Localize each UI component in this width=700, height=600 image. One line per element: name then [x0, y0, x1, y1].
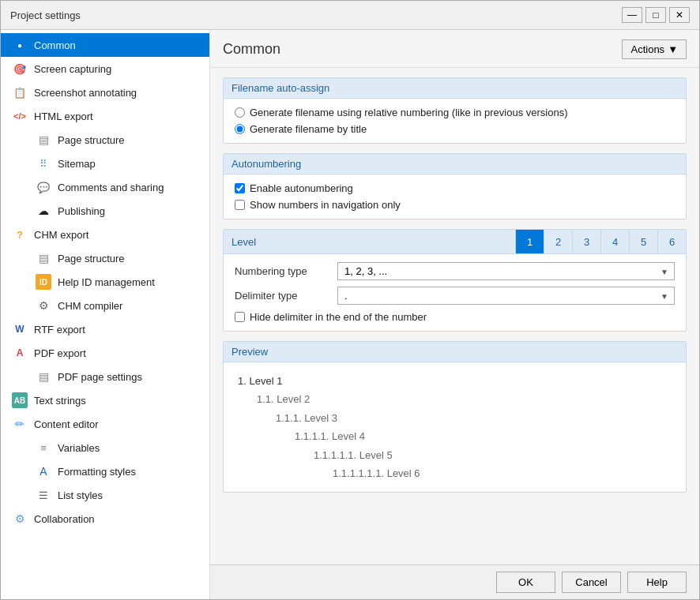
minimize-button[interactable]: —: [622, 7, 642, 23]
sidebar-label-page-structure-1: Page structure: [58, 134, 125, 146]
main-content: ● Common 🎯 Screen capturing 📋 Screenshot…: [1, 30, 699, 599]
numbering-type-label: Numbering type: [235, 265, 329, 277]
close-button[interactable]: ✕: [669, 7, 690, 23]
sidebar-item-html-export[interactable]: </> HTML export: [1, 104, 209, 128]
delimiter-type-wrapper: . , : ; ): [337, 287, 675, 305]
sidebar-label-rtf-export: RTF export: [34, 324, 85, 336]
sidebar-item-formatting-styles[interactable]: A Formatting styles: [1, 459, 209, 483]
level-tab-1[interactable]: 1: [515, 230, 544, 253]
checkbox-enable-autonumbering-label: Enable autonumbering: [250, 182, 353, 194]
sidebar-label-comments-sharing: Comments and sharing: [58, 182, 164, 193]
sidebar-item-comments-sharing[interactable]: 💬 Comments and sharing: [1, 175, 209, 199]
sidebar-label-page-structure-2: Page structure: [58, 253, 125, 264]
sidebar-item-screen-capturing[interactable]: 🎯 Screen capturing: [1, 57, 209, 81]
actions-button[interactable]: Actions ▼: [622, 39, 687, 59]
actions-label: Actions: [630, 43, 664, 55]
sidebar-item-common[interactable]: ● Common: [1, 33, 209, 57]
preview-header: Preview: [224, 342, 686, 362]
sidebar-item-pdf-page-settings[interactable]: ▤ PDF page settings: [1, 365, 209, 388]
maximize-button[interactable]: □: [645, 7, 666, 23]
sidebar-label-chm-export: CHM export: [34, 229, 88, 241]
html-icon: </>: [12, 108, 28, 124]
text-strings-icon: AB: [12, 392, 28, 408]
project-settings-window: Project settings — □ ✕ ● Common 🎯 Screen…: [0, 0, 700, 600]
checkbox-hide-delimiter-label: Hide delimiter in the end of the number: [250, 311, 427, 323]
sidebar-item-chm-compiler[interactable]: ⚙ CHM compiler: [1, 294, 209, 317]
sidebar-label-common: Common: [34, 39, 76, 51]
actions-dropdown-icon: ▼: [668, 43, 678, 55]
radio-relative-numbering[interactable]: Generate filename using relative numberi…: [235, 107, 675, 118]
sidebar-item-help-id[interactable]: ID Help ID management: [1, 270, 209, 294]
window-title: Project settings: [10, 9, 81, 21]
panel-title: Common: [223, 41, 280, 58]
autonumbering-section-header: Autonumbering: [224, 154, 686, 174]
preview-section: Preview 1. Level 1 1.1. Level 2 1.1.1. L…: [223, 341, 687, 493]
level-tab-2[interactable]: 2: [544, 230, 572, 253]
level-header: Level 1 2 3 4 5 6: [224, 230, 686, 254]
sidebar-label-pdf-export: PDF export: [34, 347, 86, 359]
delimiter-type-row: Delimiter type . , : ; ): [235, 287, 675, 305]
sidebar-item-list-styles[interactable]: ☰ List styles: [1, 483, 209, 507]
radio-by-title-input[interactable]: [235, 124, 245, 134]
sidebar-label-pdf-page-settings: PDF page settings: [58, 371, 142, 383]
preview-body: 1. Level 1 1.1. Level 2 1.1.1. Level 3 1…: [224, 362, 686, 492]
ok-button[interactable]: OK: [496, 572, 555, 593]
sidebar-item-rtf-export[interactable]: W RTF export: [1, 317, 209, 341]
help-id-icon: ID: [36, 274, 51, 290]
sidebar-label-help-id: Help ID management: [58, 276, 155, 288]
sidebar-item-page-structure-2[interactable]: ▤ Page structure: [1, 246, 209, 270]
checkbox-show-numbers-nav[interactable]: Show numbers in navigation only: [235, 199, 675, 211]
sidebar-label-list-styles: List styles: [58, 489, 103, 501]
numbering-type-select[interactable]: 1, 2, 3, ... a, b, c, ... A, B, C, ... i…: [337, 262, 675, 280]
preview-level5: 1.1.1.1.1. Level 5: [314, 446, 672, 464]
right-panel: Common Actions ▼ Filename auto-assign Ge…: [210, 30, 699, 599]
level-tab-3[interactable]: 3: [572, 230, 600, 253]
sidebar-item-content-editor[interactable]: ✏ Content editor: [1, 412, 209, 436]
sidebar-label-content-editor: Content editor: [34, 418, 99, 430]
annotate-icon: 📋: [12, 84, 28, 100]
preview-level4: 1.1.1.1. Level 4: [295, 427, 672, 445]
panel-body: Filename auto-assign Generate filename u…: [210, 68, 699, 564]
radio-by-title-label: Generate filename by title: [250, 123, 367, 135]
delimiter-type-label: Delimiter type: [235, 290, 329, 302]
level-tab-5[interactable]: 5: [629, 230, 657, 253]
preview-level2: 1.1. Level 2: [257, 390, 672, 408]
help-button[interactable]: Help: [627, 572, 687, 593]
sidebar-item-screenshot-annotating[interactable]: 📋 Screenshot annotating: [1, 81, 209, 104]
sidebar-item-pdf-export[interactable]: A PDF export: [1, 341, 209, 365]
page-icon-2: ▤: [36, 250, 51, 266]
radio-relative-numbering-input[interactable]: [235, 107, 245, 118]
delimiter-type-select[interactable]: . , : ; ): [337, 287, 675, 305]
level-tab-4[interactable]: 4: [600, 230, 629, 253]
autonumbering-section-body: Enable autonumbering Show numbers in nav…: [224, 174, 686, 219]
preview-level3: 1.1.1. Level 3: [276, 409, 672, 427]
chm-icon: ?: [12, 227, 28, 242]
sidebar-item-publishing[interactable]: ☁ Publishing: [1, 199, 209, 223]
sidebar-item-variables[interactable]: ≡ Variables: [1, 436, 209, 459]
pdf-icon: A: [12, 345, 28, 361]
checkbox-enable-autonumbering-input[interactable]: [235, 183, 245, 193]
formatting-icon: A: [36, 463, 51, 479]
level-tab-6[interactable]: 6: [657, 230, 686, 253]
checkbox-enable-autonumbering[interactable]: Enable autonumbering: [235, 182, 675, 194]
checkbox-hide-delimiter-input[interactable]: [235, 312, 245, 322]
page-icon-1: ▤: [36, 132, 51, 148]
publishing-icon: ☁: [36, 203, 51, 219]
sidebar-item-collaboration[interactable]: ⚙ Collaboration: [1, 507, 209, 531]
sidebar-label-collaboration: Collaboration: [34, 513, 95, 525]
checkbox-hide-delimiter[interactable]: Hide delimiter in the end of the number: [235, 311, 675, 323]
sidebar-label-sitemap: Sitemap: [58, 158, 96, 170]
common-icon: ●: [12, 37, 28, 53]
sidebar-label-screen-capturing: Screen capturing: [34, 63, 111, 75]
sidebar-item-sitemap[interactable]: ⠿ Sitemap: [1, 152, 209, 175]
sidebar-item-page-structure-1[interactable]: ▤ Page structure: [1, 128, 209, 152]
radio-by-title[interactable]: Generate filename by title: [235, 123, 675, 135]
sidebar-item-text-strings[interactable]: AB Text strings: [1, 388, 209, 412]
checkbox-show-numbers-nav-input[interactable]: [235, 200, 245, 210]
sidebar-label-chm-compiler: CHM compiler: [58, 300, 122, 312]
radio-relative-numbering-label: Generate filename using relative numberi…: [250, 107, 567, 118]
cancel-button[interactable]: Cancel: [562, 572, 621, 593]
sitemap-icon: ⠿: [36, 156, 51, 171]
content-editor-icon: ✏: [12, 416, 28, 432]
sidebar-item-chm-export[interactable]: ? CHM export: [1, 223, 209, 246]
